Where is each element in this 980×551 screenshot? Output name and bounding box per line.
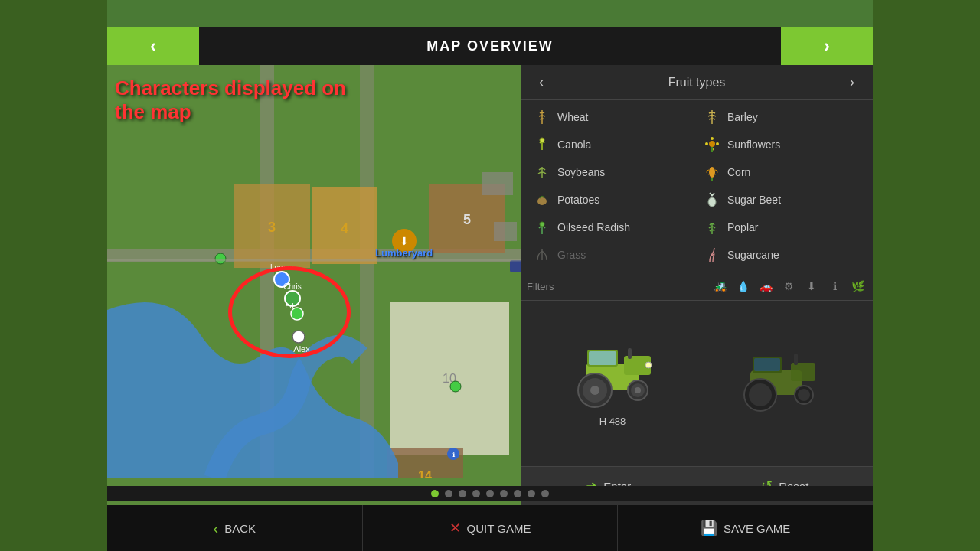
- svg-rect-3: [360, 65, 374, 478]
- app-container: ‹ MAP OVERVIEW › 3 4: [0, 0, 980, 551]
- prev-arrow-icon: ‹: [150, 35, 156, 57]
- save-icon: 💾: [701, 520, 717, 536]
- dot-7[interactable]: [514, 490, 521, 497]
- fruit-item-sugar-beet[interactable]: Sugar Beet: [697, 186, 867, 214]
- fruit-types-header: ‹ Fruit types ›: [521, 65, 873, 100]
- tractor-h488-sprite: [563, 341, 662, 409]
- prev-button[interactable]: ‹: [107, 27, 199, 65]
- svg-point-27: [450, 381, 461, 392]
- barley-label: Barley: [727, 111, 758, 123]
- fruit-item-canola[interactable]: Canola: [527, 131, 697, 158]
- grass-icon: [533, 246, 551, 264]
- fruit-item-wheat[interactable]: Wheat: [527, 103, 697, 131]
- filter-info-icon[interactable]: ℹ: [825, 277, 844, 295]
- filter-vehicle-icon[interactable]: 🚗: [756, 277, 775, 295]
- svg-point-57: [645, 362, 652, 368]
- fruit-item-sugarcane[interactable]: Sugarcane: [697, 241, 867, 269]
- svg-point-44: [708, 197, 716, 207]
- dot-2[interactable]: [445, 490, 452, 497]
- right-panel: ‹ Fruit types › Wheat Bar: [521, 65, 873, 505]
- fruit-item-oilseed-radish[interactable]: Oilseed Radish: [527, 214, 697, 241]
- tractor-second-sprite: [731, 346, 831, 415]
- corn-label: Corn: [727, 166, 750, 178]
- filter-settings-icon[interactable]: ⚙: [779, 277, 798, 295]
- dot-8[interactable]: [528, 490, 535, 497]
- svg-rect-28: [510, 260, 521, 272]
- fruit-item-soybeans[interactable]: Soybeans: [527, 158, 697, 186]
- quit-button[interactable]: ✕ QUIT GAME: [363, 505, 619, 551]
- grass-right: [873, 0, 980, 551]
- poplar-icon: [703, 218, 721, 236]
- vehicle-second: [731, 346, 831, 421]
- svg-point-34: [540, 138, 544, 142]
- next-arrow-icon: ›: [824, 35, 830, 57]
- fruit-item-barley[interactable]: Barley: [697, 103, 867, 131]
- save-label: SAVE GAME: [724, 522, 790, 535]
- svg-rect-14: [482, 172, 513, 195]
- map-annotation: Characters displayed on the map: [115, 77, 346, 124]
- fruit-item-corn[interactable]: Corn: [697, 158, 867, 186]
- sugar-beet-icon: [703, 191, 721, 209]
- page-dots: [107, 486, 873, 501]
- svg-text:14: 14: [418, 469, 432, 478]
- soybeans-label: Soybeans: [557, 166, 605, 178]
- dot-9[interactable]: [541, 490, 549, 497]
- sunflower-icon: [703, 135, 721, 154]
- svg-text:5: 5: [463, 212, 471, 227]
- dot-3[interactable]: [459, 490, 466, 497]
- canola-icon: [533, 135, 551, 154]
- filter-bar: Filters 🚜 💧 🚗 ⚙ ⬇ ℹ 🌿: [521, 272, 873, 301]
- vehicle-h488-name: H 488: [599, 416, 626, 427]
- svg-point-53: [590, 386, 599, 395]
- back-button[interactable]: ‹ BACK: [107, 505, 363, 551]
- map-area: 3 4 5 10 14: [107, 65, 521, 505]
- vehicle-area: H 488: [521, 301, 873, 466]
- fruit-item-poplar[interactable]: Poplar: [697, 214, 867, 241]
- svg-text:4: 4: [341, 221, 348, 236]
- fruit-prev-button[interactable]: ‹: [533, 74, 550, 90]
- potatoes-label: Potatoes: [557, 194, 599, 206]
- sugarcane-label: Sugarcane: [727, 249, 779, 261]
- svg-point-39: [716, 142, 719, 145]
- filter-plant-icon[interactable]: 🌿: [848, 277, 867, 295]
- svg-rect-59: [791, 363, 815, 381]
- svg-text:⬇: ⬇: [400, 235, 409, 247]
- wheat-label: Wheat: [557, 111, 588, 123]
- back-icon: ‹: [214, 520, 219, 537]
- fruit-grid: Wheat Barley Canola: [521, 100, 873, 272]
- svg-text:3: 3: [268, 220, 276, 235]
- filter-water-icon[interactable]: 💧: [733, 277, 752, 295]
- filter-tractor-icon[interactable]: 🚜: [710, 277, 729, 295]
- svg-point-43: [537, 197, 547, 205]
- wheat-icon: [533, 108, 551, 126]
- dot-5[interactable]: [486, 490, 494, 497]
- filter-placeholder: Filters: [527, 281, 706, 292]
- fruit-types-title: Fruit types: [668, 76, 726, 90]
- dot-1[interactable]: [431, 490, 439, 497]
- svg-point-66: [798, 389, 810, 401]
- svg-point-36: [710, 137, 714, 140]
- main-content: 3 4 5 10 14: [107, 65, 873, 505]
- save-button[interactable]: 💾 SAVE GAME: [618, 505, 873, 551]
- soybeans-icon: [533, 163, 551, 181]
- vehicle-h488: H 488: [563, 341, 662, 427]
- canola-label: Canola: [557, 139, 591, 151]
- fruit-next-button[interactable]: ›: [844, 74, 861, 90]
- quit-icon: ✕: [449, 520, 461, 536]
- lumberyard-label: Lumberyard: [375, 247, 433, 259]
- dot-6[interactable]: [500, 490, 508, 497]
- map-title: MAP OVERVIEW: [199, 38, 781, 54]
- filter-download-icon[interactable]: ⬇: [802, 277, 821, 295]
- fruit-item-grass[interactable]: Grass: [527, 241, 697, 269]
- poplar-label: Poplar: [727, 221, 758, 233]
- svg-rect-62: [794, 354, 798, 365]
- dot-4[interactable]: [472, 490, 480, 497]
- svg-point-38: [705, 142, 708, 145]
- fruit-item-sunflowers[interactable]: Sunflowers: [697, 131, 867, 158]
- svg-rect-15: [494, 222, 517, 241]
- fruit-item-potatoes[interactable]: Potatoes: [527, 186, 697, 214]
- sunflowers-label: Sunflowers: [727, 139, 780, 151]
- next-button[interactable]: ›: [781, 27, 873, 65]
- svg-point-45: [540, 222, 544, 227]
- svg-point-26: [215, 253, 226, 264]
